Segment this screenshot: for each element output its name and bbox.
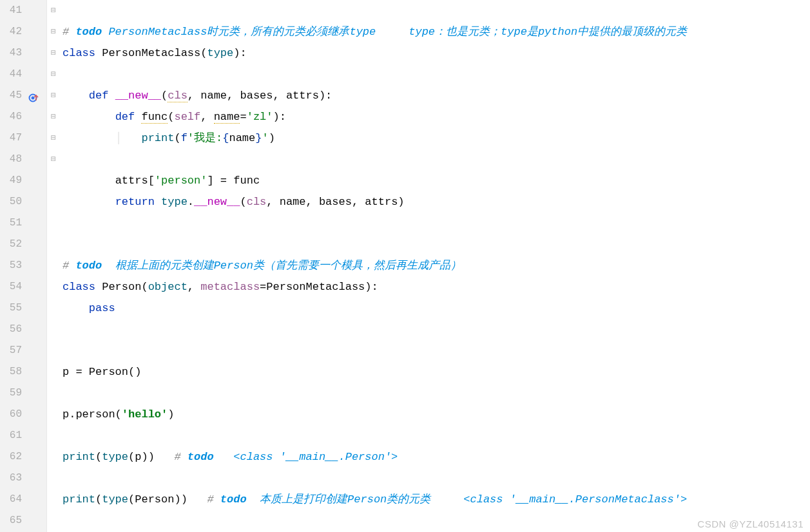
line-number[interactable]: 42	[0, 21, 22, 43]
watermark: CSDN @YZL40514131	[697, 518, 804, 529]
line-number[interactable]: 51	[0, 213, 22, 234]
code-line[interactable]	[63, 0, 810, 21]
line-number[interactable]: 44	[0, 64, 22, 85]
line-number[interactable]: 47	[0, 128, 22, 149]
code-line[interactable]: class Person(object, metaclass=PersonMet…	[63, 276, 810, 298]
fold-marker[interactable]: ⊟	[47, 106, 60, 128]
line-number[interactable]: 62	[0, 446, 22, 468]
code-line[interactable]: attrs['person'] = func	[63, 170, 810, 191]
code-line[interactable]: # todo PersonMetaclass时元类，所有的元类必须继承type …	[63, 21, 810, 43]
breakpoint-icon[interactable]	[28, 90, 39, 100]
fold-marker[interactable]: ⊟	[47, 21, 60, 43]
code-line[interactable]: p.person('hello')	[63, 404, 810, 425]
line-number[interactable]: 59	[0, 383, 22, 404]
fold-marker[interactable]: ⊟	[47, 149, 60, 170]
line-number[interactable]: 43	[0, 43, 22, 64]
code-line[interactable]	[63, 383, 810, 404]
fold-marker[interactable]: ⊟	[47, 0, 60, 21]
marker-gutter[interactable]	[27, 0, 46, 532]
code-line[interactable]	[63, 319, 810, 340]
code-line[interactable]: return type.__new__(cls, name, bases, at…	[63, 191, 810, 213]
code-line[interactable]	[63, 425, 810, 446]
code-line[interactable]: pass	[63, 298, 810, 319]
line-number[interactable]: 57	[0, 340, 22, 361]
code-line[interactable]: # todo 根据上面的元类创建Person类（首先需要一个模具，然后再生成产品…	[63, 255, 810, 276]
code-area[interactable]: # todo PersonMetaclass时元类，所有的元类必须继承type …	[60, 0, 810, 532]
code-line[interactable]: class PersonMetaclass(type):	[63, 43, 810, 64]
line-number[interactable]: 55	[0, 298, 22, 319]
line-number[interactable]: 52	[0, 234, 22, 255]
line-number[interactable]: 46	[0, 106, 22, 128]
code-line[interactable]	[63, 234, 810, 255]
code-editor: 4142434445464748495051525354555657585960…	[0, 0, 810, 532]
fold-marker[interactable]: ⊟	[47, 43, 60, 64]
line-number[interactable]: 49	[0, 170, 22, 191]
fold-gutter[interactable]: ⊟⊟⊟⊟⊟⊟⊟⊟	[46, 0, 60, 532]
line-number[interactable]: 58	[0, 361, 22, 383]
line-number[interactable]: 50	[0, 191, 22, 213]
code-line[interactable]	[63, 468, 810, 489]
code-line[interactable]: def func(self, name='zl'):	[63, 106, 810, 128]
line-number[interactable]: 63	[0, 468, 22, 489]
line-number[interactable]: 65	[0, 510, 22, 531]
code-line[interactable]	[63, 64, 810, 85]
line-number[interactable]: 64	[0, 489, 22, 510]
code-line[interactable]: p = Person()	[63, 361, 810, 383]
line-number-gutter[interactable]: 4142434445464748495051525354555657585960…	[0, 0, 27, 532]
line-number[interactable]: 41	[0, 0, 22, 21]
fold-marker[interactable]: ⊟	[47, 85, 60, 106]
code-line[interactable]: def __new__(cls, name, bases, attrs):	[63, 85, 810, 106]
code-line[interactable]	[63, 149, 810, 170]
line-number[interactable]: 56	[0, 319, 22, 340]
fold-marker[interactable]: ⊟	[47, 128, 60, 149]
line-number[interactable]: 45	[0, 85, 22, 106]
code-line[interactable]: │ print(f'我是:{name}')	[63, 128, 810, 149]
line-number[interactable]: 48	[0, 149, 22, 170]
line-number[interactable]: 54	[0, 276, 22, 298]
code-line[interactable]: print(type(p)) # todo <class '__main__.P…	[63, 446, 810, 468]
code-line[interactable]	[63, 213, 810, 234]
line-number[interactable]: 53	[0, 255, 22, 276]
code-line[interactable]: print(type(Person)) # todo 本质上是打印创建Perso…	[63, 489, 810, 510]
line-number[interactable]: 61	[0, 425, 22, 446]
line-number[interactable]: 60	[0, 404, 22, 425]
code-line[interactable]	[63, 340, 810, 361]
fold-marker[interactable]: ⊟	[47, 64, 60, 85]
